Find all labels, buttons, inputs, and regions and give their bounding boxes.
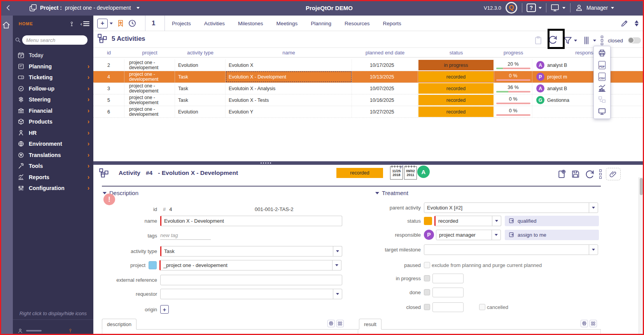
edit-tabs-button[interactable] (620, 16, 629, 31)
sidebar-item-today[interactable]: Today (13, 50, 93, 61)
attachment-dropzone[interactable] (606, 168, 621, 180)
description-editor[interactable] (102, 330, 362, 335)
projeqtor-logo[interactable]: Q (506, 0, 517, 16)
back-button[interactable] (5, 0, 12, 16)
collapse-arrow-icon[interactable]: ‹ (80, 21, 82, 27)
table-row-selected[interactable]: 4 project one - developement Task Evolut… (93, 71, 644, 83)
pin-icon[interactable] (69, 21, 75, 27)
tab-planning[interactable]: Planning (311, 21, 331, 26)
user-menu[interactable]: Manager (575, 0, 614, 16)
windows-button[interactable] (29, 0, 37, 16)
menu-item-print[interactable] (594, 47, 610, 59)
sidebar-item-planning[interactable]: Planning (13, 61, 93, 72)
save-icon[interactable] (571, 169, 580, 179)
sidebar-item-reports[interactable]: Reports (13, 172, 93, 183)
panel-splitter[interactable] (93, 161, 644, 165)
detail-scrollbar[interactable] (639, 177, 643, 334)
sidebar-item-configuration[interactable]: Configuration (13, 183, 93, 194)
paused-checkbox[interactable] (424, 262, 430, 268)
menu-search-input[interactable] (22, 35, 88, 45)
reorder-buttons[interactable] (635, 16, 639, 31)
col-header-id[interactable]: id (93, 50, 124, 56)
menu-item-pdf[interactable]: PDF (594, 59, 610, 71)
tab-result[interactable]: result (359, 319, 382, 330)
done-checkbox[interactable] (424, 289, 430, 295)
chevron-down-icon[interactable] (110, 23, 113, 24)
bookmark-button[interactable] (117, 16, 124, 31)
target-milestone-select[interactable] (424, 244, 598, 255)
cancelled-checkbox[interactable] (479, 304, 485, 310)
tab-milestones[interactable]: Milestones (238, 21, 263, 26)
qualified-button[interactable]: qualified (505, 216, 599, 226)
menu-item-statistics[interactable] (594, 82, 610, 94)
menu-burger-icon[interactable] (83, 21, 89, 26)
col-header-name[interactable]: name (226, 50, 352, 56)
treatment-heading-row[interactable]: Treatment (375, 190, 408, 196)
more-actions-button[interactable] (599, 169, 602, 179)
tab-description[interactable]: description (102, 319, 136, 330)
table-row[interactable]: 6 project one - developement Evolution E… (93, 106, 644, 118)
sidebar-item-environment[interactable]: Environment (13, 138, 93, 150)
open-windows-counter[interactable]: 1 (152, 19, 155, 27)
assign-to-me-button[interactable]: assign to me (505, 230, 599, 240)
refresh-icon[interactable] (584, 169, 595, 180)
refresh-button[interactable] (548, 35, 558, 47)
col-header-status[interactable]: status (418, 50, 494, 56)
col-header-responsible[interactable]: responsible (532, 50, 644, 56)
sidebar-item-steering[interactable]: Steering (13, 94, 93, 105)
table-row[interactable]: 2 project one - developement Evolution E… (93, 59, 644, 71)
new-item-button[interactable]: + (97, 19, 108, 28)
col-header-planned-end-date[interactable]: planned end date (352, 50, 418, 56)
history-button[interactable] (128, 16, 137, 31)
tab-resources[interactable]: Resources (345, 21, 370, 26)
add-origin-button[interactable]: + (160, 305, 169, 314)
sidebar-item-financial[interactable]: Financial (13, 105, 93, 117)
more-actions-button[interactable] (601, 36, 603, 45)
col-header-project[interactable]: project (124, 50, 175, 56)
sidebar-item-translations[interactable]: Translations (13, 150, 93, 161)
closed-toggle[interactable] (628, 37, 641, 44)
print-result-button[interactable] (581, 320, 588, 327)
closed-checkbox[interactable] (424, 304, 430, 310)
result-editor[interactable] (358, 330, 601, 335)
add-document-icon[interactable] (557, 169, 567, 179)
home-icon[interactable] (2, 21, 10, 30)
in-progress-checkbox[interactable] (424, 275, 430, 281)
project-selector[interactable]: Project : project one - developement (40, 0, 140, 16)
table-row[interactable]: 5 project one - developement Task Evolut… (93, 94, 644, 106)
name-input[interactable] (160, 216, 342, 226)
parent-activity-select[interactable]: Evolution X [#2] (424, 202, 598, 213)
tab-projects[interactable]: Projects (172, 21, 191, 26)
external-reference-input[interactable] (160, 275, 342, 285)
help-menu[interactable]: ? (527, 0, 542, 16)
table-row[interactable]: 3 project one - developement Task Evolut… (93, 83, 644, 94)
tab-reports[interactable]: Reports (383, 21, 401, 26)
print-description-button[interactable] (327, 320, 335, 327)
done-date-input[interactable] (432, 288, 464, 297)
sidebar-item-products[interactable]: Products (13, 116, 93, 127)
project-select[interactable]: _project one - developement (159, 260, 341, 270)
col-header-activity-type[interactable]: activity type (175, 50, 226, 56)
expand-result-button[interactable] (590, 320, 597, 327)
tab-activities[interactable]: Activities (204, 21, 225, 26)
menu-item-screen[interactable] (594, 106, 610, 117)
closed-date-input[interactable] (432, 302, 464, 312)
responsible-select[interactable]: project manager (436, 230, 501, 240)
status-select[interactable]: recorded (434, 216, 501, 226)
display-menu[interactable] (550, 0, 565, 16)
scrollbar-thumb[interactable] (640, 178, 643, 195)
menu-item-csv[interactable]: CSV (594, 71, 610, 82)
expand-description-button[interactable] (336, 320, 344, 327)
sidebar-item-follow-up[interactable]: Follow-up (13, 83, 93, 94)
col-header-progress[interactable]: progress (494, 50, 532, 56)
in-progress-date-input[interactable] (432, 274, 464, 283)
tags-input[interactable] (160, 231, 211, 240)
sidebar-item-tools[interactable]: Tools (13, 161, 93, 172)
sidebar-item-ticketing[interactable]: Ticketing (13, 72, 93, 83)
requestor-select[interactable] (160, 289, 342, 299)
columns-button[interactable] (582, 36, 596, 45)
tab-meetings[interactable]: Meetings (276, 21, 298, 26)
filter-button[interactable] (563, 36, 577, 45)
sidebar-item-hr[interactable]: HR (13, 127, 93, 139)
activity-type-select[interactable]: Task (160, 246, 342, 256)
